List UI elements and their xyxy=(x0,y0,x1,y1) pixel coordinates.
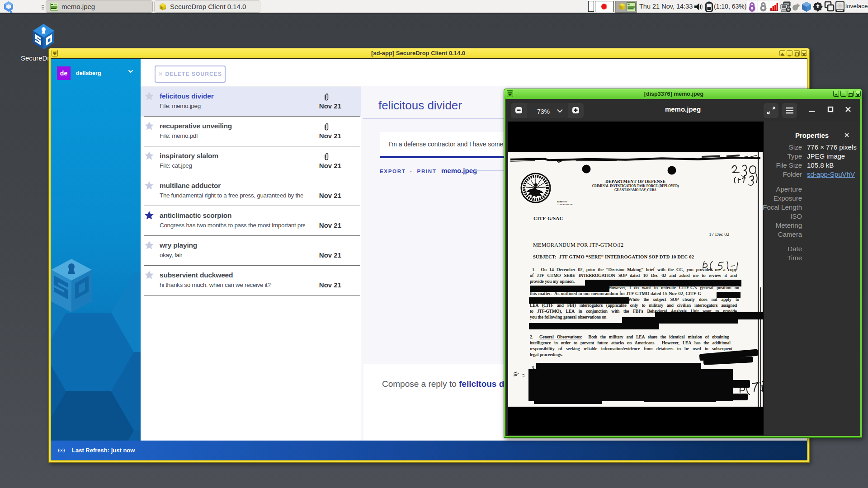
svg-text:D: D xyxy=(164,7,166,10)
svg-text:S: S xyxy=(160,7,162,9)
